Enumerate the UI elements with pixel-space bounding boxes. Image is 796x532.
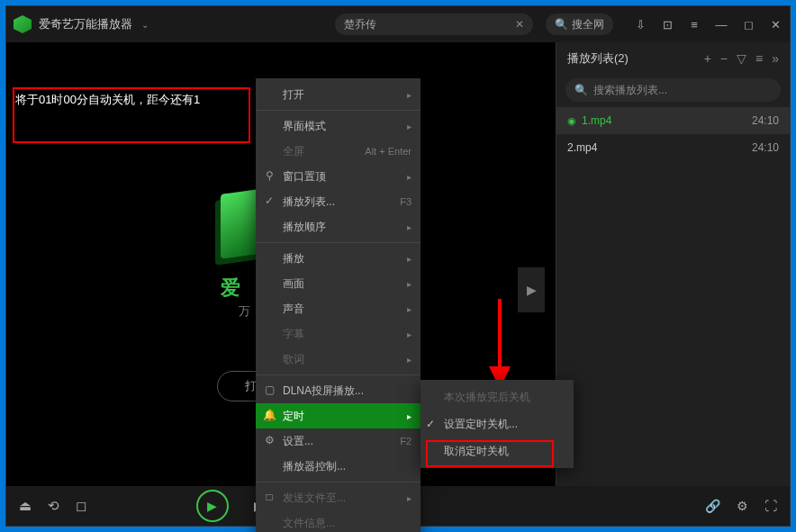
playlist-item-duration: 24:10 — [752, 141, 779, 154]
shortcut: F2 — [400, 436, 412, 446]
submenu-cancel-timer[interactable]: 取消定时关机 — [421, 437, 574, 464]
separator — [256, 374, 421, 375]
gear-icon: ⚙ — [263, 434, 276, 446]
playlist-title: 播放列表(2) — [567, 50, 629, 67]
separator — [256, 482, 421, 482]
remove-icon[interactable]: − — [720, 51, 728, 66]
check-icon: ✓ — [263, 194, 276, 207]
menu-settings[interactable]: ⚙设置...F2 — [256, 428, 421, 454]
download-icon[interactable]: ⇩ — [633, 17, 647, 32]
menu-label: 打开 — [283, 87, 304, 103]
fullscreen-icon[interactable]: ⛶ — [764, 499, 777, 513]
settings-icon[interactable]: ⚙ — [737, 499, 748, 513]
menu-label: 播放 — [283, 251, 304, 266]
submenu-set-timer[interactable]: ✓设置定时关机... — [421, 410, 574, 437]
playlist-header: 播放列表(2) + − ▽ ≡ » — [556, 42, 790, 75]
app-window: 爱奇艺万能播放器 ⌄ 楚乔传 ✕ 🔍 搜全网 ⇩ ⊡ ≡ — ◻ ✕ 将于01时… — [5, 5, 791, 527]
chevron-right-icon: ▸ — [407, 279, 412, 289]
eject-icon[interactable]: ⏏ — [19, 498, 32, 514]
close-icon[interactable]: ✕ — [768, 17, 782, 32]
chevron-right-icon: ▸ — [407, 304, 412, 314]
menu-icon[interactable]: ≡ — [687, 17, 701, 32]
menu-label: DLNA投屏播放... — [283, 383, 364, 399]
menu-label: 文件信息... — [283, 516, 335, 531]
chevron-down-icon[interactable]: ⌄ — [141, 20, 149, 30]
collapse-icon[interactable]: » — [772, 51, 779, 66]
menu-sub[interactable]: 字幕▸ — [256, 321, 421, 347]
menu-dlna[interactable]: ▢DLNA投屏播放... — [256, 378, 421, 403]
chevron-right-icon: ▸ — [407, 329, 412, 339]
shortcut: F3 — [400, 196, 412, 207]
menu-lyric[interactable]: 歌词▸ — [256, 347, 421, 372]
pin-icon: ⚲ — [263, 169, 276, 182]
stop-icon[interactable]: ◻ — [76, 498, 86, 514]
menu-audio[interactable]: 声音▸ — [256, 296, 421, 321]
link-icon[interactable]: 🔗 — [705, 499, 720, 513]
play-button[interactable]: ▶ — [196, 490, 229, 522]
next-panel-button[interactable]: ▶ — [518, 267, 545, 312]
chevron-right-icon: ▸ — [407, 222, 412, 232]
submenu-label: 设置定时关机... — [444, 417, 518, 432]
brand-subtext: 万 — [239, 303, 250, 320]
chevron-right-icon: ▸ — [407, 172, 412, 182]
menu-label: 播放列表... — [283, 194, 335, 210]
minimize-icon[interactable]: — — [714, 17, 728, 32]
chevron-right-icon: ▸ — [407, 355, 412, 365]
cast-icon: ▢ — [263, 383, 276, 396]
menu-frame[interactable]: 画面▸ — [256, 271, 421, 296]
separator — [256, 242, 421, 243]
context-menu: 打开▸ 界面模式▸ 全屏Alt + Enter ⚲窗口置顶▸ ✓播放列表...F… — [256, 78, 421, 532]
menu-fullscreen[interactable]: 全屏Alt + Enter — [256, 139, 421, 164]
add-icon[interactable]: + — [704, 51, 711, 66]
title-bar: 爱奇艺万能播放器 ⌄ 楚乔传 ✕ 🔍 搜全网 ⇩ ⊡ ≡ — ◻ ✕ — [6, 6, 790, 42]
menu-open[interactable]: 打开▸ — [256, 82, 421, 107]
list-icon[interactable]: ≡ — [755, 51, 763, 66]
search-input[interactable]: 楚乔传 ✕ — [335, 14, 533, 35]
feedback-icon[interactable]: ⊡ — [660, 17, 674, 32]
playlist-item[interactable]: ◉ 1.mp4 24:10 — [556, 107, 790, 134]
menu-info[interactable]: 文件信息... — [256, 510, 421, 532]
chevron-right-icon: ▸ — [407, 90, 412, 100]
shortcut: Alt + Enter — [365, 146, 412, 157]
annotation-arrow — [482, 294, 518, 393]
search-web-button[interactable]: 🔍 搜全网 — [546, 14, 613, 35]
annotation-box-notice — [13, 87, 250, 143]
clear-icon[interactable]: ✕ — [515, 18, 524, 31]
menu-order[interactable]: 播放顺序▸ — [256, 214, 421, 239]
playlist-item-name: 2.mp4 — [567, 141, 597, 154]
playlist-sidebar: 播放列表(2) + − ▽ ≡ » 🔍 搜索播放列表... ◉ 1.mp4 24… — [556, 42, 790, 486]
playlist-search-input[interactable]: 🔍 搜索播放列表... — [565, 78, 781, 102]
search-web-label: 搜全网 — [572, 17, 604, 32]
menu-playlist[interactable]: ✓播放列表...F3 — [256, 189, 421, 214]
brand-text: 爱 — [221, 275, 240, 302]
search-icon: 🔍 — [574, 84, 588, 96]
playlist-item[interactable]: 2.mp4 24:10 — [556, 134, 790, 161]
menu-label: 播放顺序 — [283, 220, 326, 235]
loop-icon[interactable]: ⟲ — [48, 498, 59, 514]
filter-icon[interactable]: ▽ — [737, 51, 746, 66]
chevron-right-icon: ▸ — [407, 411, 412, 421]
submenu-after-play[interactable]: 本次播放完后关机 — [421, 383, 574, 410]
menu-label: 设置... — [283, 434, 313, 449]
menu-control[interactable]: 播放器控制... — [256, 454, 421, 479]
chevron-right-icon: ▸ — [407, 493, 412, 503]
chevron-right-icon: ▸ — [407, 122, 412, 131]
timer-submenu: 本次播放完后关机 ✓设置定时关机... 取消定时关机 — [421, 380, 574, 468]
bell-icon: 🔔 — [263, 409, 276, 421]
menu-label: 发送文件至... — [283, 491, 346, 506]
check-icon: ✓ — [426, 418, 435, 430]
menu-play[interactable]: 播放▸ — [256, 246, 421, 271]
playlist-item-duration: 24:10 — [752, 114, 779, 127]
submenu-label: 取消定时关机 — [444, 444, 509, 459]
separator — [256, 110, 421, 111]
menu-ontop[interactable]: ⚲窗口置顶▸ — [256, 164, 421, 189]
menu-send[interactable]: □发送文件至...▸ — [256, 485, 421, 510]
app-logo-icon — [14, 15, 32, 33]
menu-timer[interactable]: 🔔定时▸ — [256, 403, 421, 428]
menu-label: 定时 — [283, 409, 304, 424]
app-title: 爱奇艺万能播放器 — [39, 16, 132, 32]
maximize-icon[interactable]: ◻ — [741, 17, 755, 32]
menu-label: 字幕 — [283, 327, 304, 342]
menu-ui-mode[interactable]: 界面模式▸ — [256, 113, 421, 139]
menu-label: 窗口置顶 — [283, 169, 326, 185]
